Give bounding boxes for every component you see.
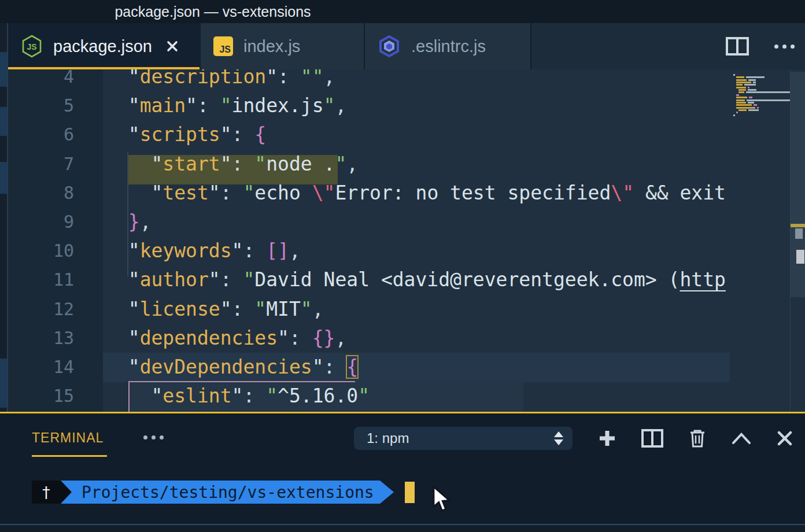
select-arrows-icon bbox=[554, 431, 563, 445]
line-number: 14 bbox=[16, 353, 74, 382]
code-line[interactable]: }, bbox=[105, 208, 152, 237]
split-editor-icon[interactable] bbox=[726, 37, 749, 56]
code-line[interactable]: "start": "node .", bbox=[105, 150, 358, 179]
title-bar: package.json — vs-extensions bbox=[0, 0, 805, 23]
terminal-cursor bbox=[405, 482, 415, 503]
close-panel-icon[interactable] bbox=[776, 430, 793, 447]
window-edge-bottom bbox=[0, 524, 805, 532]
mouse-pointer bbox=[433, 486, 452, 513]
code-line[interactable]: "dependencies": {}, bbox=[105, 324, 346, 353]
overview-ruler[interactable] bbox=[790, 69, 805, 412]
code-line[interactable]: "description": "", bbox=[105, 69, 335, 92]
line-number: 11 bbox=[16, 265, 74, 295]
line-number: 12 bbox=[16, 295, 74, 324]
line-number: 7 bbox=[16, 150, 74, 179]
code-line[interactable]: "keywords": [], bbox=[105, 237, 301, 266]
code-line[interactable]: "scripts": { bbox=[105, 120, 266, 150]
edge-patch bbox=[0, 359, 7, 408]
code-line[interactable]: "eslint": "^5.16.0" bbox=[105, 382, 370, 411]
vscode-window: package.json — vs-extensions JS package.… bbox=[0, 0, 805, 532]
ruler-mark-find bbox=[791, 224, 805, 227]
line-number: 9 bbox=[16, 208, 74, 237]
tab-eslintrc-js[interactable]: .eslintrc.js bbox=[365, 23, 531, 69]
editor-pane[interactable]: 456789101112131415 "description": "", "m… bbox=[8, 69, 805, 412]
code-line[interactable]: "main": "index.js", bbox=[105, 91, 346, 121]
ruler-mark-selection bbox=[795, 228, 803, 239]
code-line[interactable]: "license": "MIT", bbox=[105, 295, 324, 324]
line-number: 8 bbox=[16, 179, 74, 208]
new-terminal-icon[interactable] bbox=[598, 429, 616, 448]
split-terminal-icon[interactable] bbox=[641, 429, 663, 448]
tab-label: .eslintrc.js bbox=[411, 37, 486, 56]
minimap-content bbox=[733, 74, 790, 126]
edge-patch bbox=[0, 52, 7, 87]
terminal-instance-select[interactable]: 1: npm bbox=[354, 427, 573, 450]
editor-tab-bar: JS package.json JS index.js bbox=[8, 23, 805, 69]
tab-label: package.json bbox=[53, 37, 152, 56]
code-region[interactable]: "description": "", "main": "index.js", "… bbox=[103, 69, 730, 412]
powerline-arrow bbox=[380, 481, 394, 504]
terminal-prompt: † Projects/testing/vs-extensions bbox=[32, 481, 394, 504]
prompt-symbol: † bbox=[42, 483, 51, 501]
terminal-select-value: 1: npm bbox=[367, 430, 554, 446]
tab-package-json[interactable]: JS package.json bbox=[8, 23, 200, 69]
svg-text:JS: JS bbox=[27, 42, 36, 51]
line-number: 5 bbox=[16, 91, 74, 121]
tab-index-js[interactable]: JS index.js bbox=[201, 23, 364, 69]
powerline-arrow bbox=[61, 481, 72, 504]
nodejs-icon: JS bbox=[21, 34, 43, 58]
close-tab-icon[interactable] bbox=[165, 39, 180, 54]
maximize-panel-icon[interactable] bbox=[732, 432, 751, 445]
eslint-icon bbox=[378, 35, 401, 58]
panel-tab-underline bbox=[32, 455, 107, 457]
tab-label: index.js bbox=[243, 37, 300, 56]
line-number: 15 bbox=[16, 382, 74, 411]
edge-patch bbox=[0, 107, 7, 136]
line-number: 13 bbox=[16, 324, 74, 353]
line-number: 4 bbox=[16, 69, 74, 92]
code-line[interactable]: "devDependencies": { bbox=[105, 353, 358, 382]
prompt-path-segment: Projects/testing/vs-extensions bbox=[61, 481, 380, 504]
edge-patch bbox=[0, 162, 7, 194]
window-title: package.json — vs-extensions bbox=[115, 3, 311, 20]
panel-more-icon[interactable] bbox=[143, 435, 164, 439]
tab-separator bbox=[530, 23, 531, 69]
panel-tab-terminal[interactable]: TERMINAL bbox=[32, 430, 104, 446]
more-actions-icon[interactable] bbox=[774, 45, 795, 49]
line-number: 10 bbox=[16, 237, 74, 266]
code-line[interactable]: "author": "David Neal <david@reverentgee… bbox=[105, 265, 726, 295]
kill-terminal-icon[interactable] bbox=[688, 428, 707, 448]
prompt-symbol-segment: † bbox=[32, 481, 61, 504]
terminal-panel[interactable]: TERMINAL 1: npm bbox=[0, 412, 805, 525]
prompt-path: Projects/testing/vs-extensions bbox=[82, 483, 374, 502]
line-number: 6 bbox=[16, 120, 74, 150]
code-line[interactable]: "test": "echo \"Error: no test specified… bbox=[105, 179, 730, 208]
minimap[interactable] bbox=[730, 69, 790, 412]
editor-gutter: 456789101112131415 bbox=[8, 69, 103, 412]
js-icon: JS bbox=[213, 36, 233, 56]
ruler-mark-cursor bbox=[796, 250, 804, 264]
